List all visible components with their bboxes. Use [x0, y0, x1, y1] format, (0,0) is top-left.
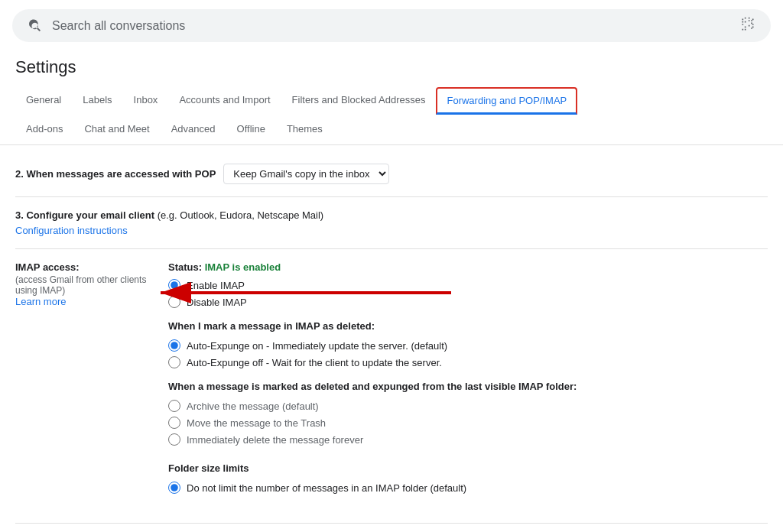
tab-chat[interactable]: Chat and Meet — [73, 115, 160, 144]
auto-expunge-on-option: Auto-Expunge on - Immediately update the… — [168, 339, 768, 352]
pop-section: 2. When messages are accessed with POP K… — [15, 157, 768, 197]
tab-filters[interactable]: Filters and Blocked Addresses — [281, 86, 437, 115]
tabs-container: General Labels Inbox Accounts and Import… — [0, 86, 783, 145]
enable-imap-label: Enable IMAP — [187, 280, 245, 291]
tab-addons[interactable]: Add-ons — [15, 115, 73, 144]
content-area: 2. When messages are accessed with POP K… — [0, 145, 783, 532]
folder-size-section: Folder size limits Do not limit the numb… — [168, 450, 768, 511]
pop-select[interactable]: Keep Gmail's copy in the inbox Mark Gmai… — [223, 164, 389, 184]
tab-accounts[interactable]: Accounts and Import — [168, 86, 281, 115]
no-limit-option: Do not limit the number of messages in a… — [168, 482, 768, 494]
pop-label: 2. When messages are accessed with POP — [15, 168, 216, 180]
imap-content: Status: IMAP is enabled Enable IMAP Disa… — [168, 261, 768, 511]
imap-section: IMAP access: (access Gmail from other cl… — [15, 249, 768, 524]
disable-imap-radio[interactable] — [168, 296, 180, 308]
imap-label: IMAP access: (access Gmail from other cl… — [15, 261, 168, 511]
tab-general[interactable]: General — [15, 86, 72, 115]
archive-option: Archive the message (default) — [168, 400, 768, 412]
enable-imap-radio[interactable] — [168, 279, 180, 291]
expunged-title: When a message is marked as deleted and … — [168, 381, 768, 392]
imap-status: Status: IMAP is enabled — [168, 261, 768, 273]
learn-more-link[interactable]: Learn more — [15, 296, 66, 307]
tabs-row-2: Add-ons Chat and Meet Advanced Offline T… — [15, 115, 768, 144]
auto-expunge-off-radio[interactable] — [168, 356, 180, 368]
page-title: Settings — [0, 51, 783, 86]
search-bar: Search all conversations — [12, 9, 771, 42]
auto-expunge-on-radio[interactable] — [168, 339, 180, 352]
delete-forever-option: Immediately delete the message forever — [168, 433, 768, 446]
disable-imap-option: Disable IMAP — [168, 296, 768, 308]
delete-forever-label: Immediately delete the message forever — [187, 434, 363, 446]
tabs-row-1: General Labels Inbox Accounts and Import… — [15, 86, 768, 115]
no-limit-label: Do not limit the number of messages in a… — [187, 482, 466, 494]
tab-themes[interactable]: Themes — [276, 115, 333, 144]
enable-imap-option: Enable IMAP — [168, 279, 768, 291]
trash-label: Move the message to the Trash — [187, 417, 326, 429]
tab-forwarding[interactable]: Forwarding and POP/IMAP — [436, 87, 577, 115]
configure-text: 3. Configure your email client (e.g. Out… — [15, 209, 768, 221]
no-limit-radio[interactable] — [168, 482, 180, 494]
trash-option: Move the message to the Trash — [168, 417, 768, 429]
auto-expunge-off-label: Auto-Expunge off - Wait for the client t… — [187, 357, 442, 368]
auto-expunge-off-option: Auto-Expunge off - Wait for the client t… — [168, 356, 768, 368]
folder-size-title: Folder size limits — [168, 462, 768, 474]
tab-advanced[interactable]: Advanced — [161, 115, 226, 144]
search-icon — [28, 18, 43, 34]
configuration-instructions-link[interactable]: Configuration instructions — [15, 225, 128, 236]
mark-deleted-title: When I mark a message in IMAP as deleted… — [168, 320, 768, 332]
archive-label: Archive the message (default) — [187, 401, 319, 412]
archive-radio[interactable] — [168, 400, 180, 412]
filter-icon[interactable] — [740, 17, 755, 34]
search-input-placeholder[interactable]: Search all conversations — [52, 19, 185, 33]
delete-forever-radio[interactable] — [168, 433, 180, 446]
expunged-section: When a message is marked as deleted and … — [168, 381, 768, 446]
tab-offline[interactable]: Offline — [226, 115, 276, 144]
auto-expunge-on-label: Auto-Expunge on - Immediately update the… — [187, 340, 447, 352]
tab-labels[interactable]: Labels — [72, 86, 122, 115]
trash-radio[interactable] — [168, 417, 180, 429]
mark-deleted-section: When I mark a message in IMAP as deleted… — [168, 320, 768, 368]
disable-imap-label: Disable IMAP — [187, 297, 247, 308]
configure-section: 3. Configure your email client (e.g. Out… — [15, 197, 768, 249]
tab-inbox[interactable]: Inbox — [123, 86, 169, 115]
